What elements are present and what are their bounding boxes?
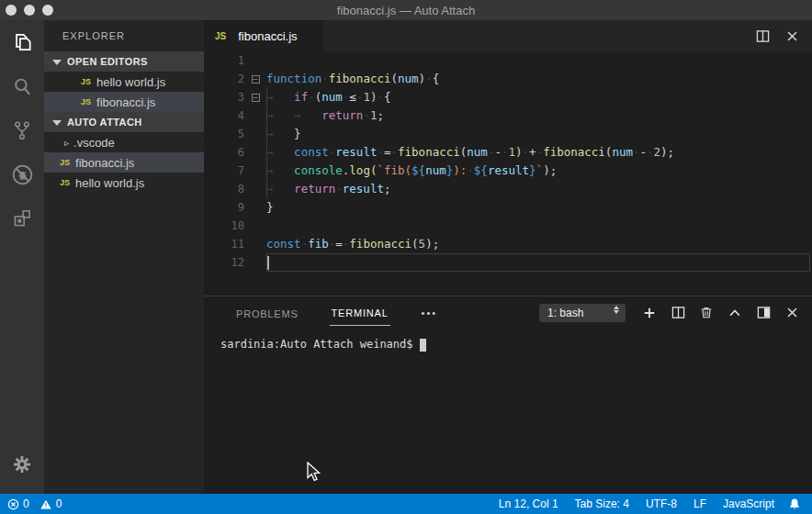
title-bar: fibonacci.js — Auto Attach — [0, 0, 812, 20]
line-number: 7 — [204, 162, 244, 180]
toggle-panel-icon[interactable] — [756, 306, 771, 320]
js-language-icon: JS — [215, 31, 226, 41]
section-header-auto-attach[interactable]: AUTO ATTACH — [44, 112, 204, 132]
gutter-fold-area: – — [244, 88, 266, 106]
code-token: · — [308, 90, 315, 104]
gutter-fold-area — [244, 125, 266, 143]
item-label: .vscode — [73, 136, 115, 150]
code-token: } — [294, 127, 301, 140]
code-content: function·fibonacci(num)·{ — [266, 70, 812, 88]
code-line-6[interactable]: 6→ const·result·=·fibonacci(num·-·1)·+·f… — [204, 143, 812, 162]
file-item-hello-world-js[interactable]: JShello world.js — [44, 173, 204, 193]
warning-status[interactable]: 0 — [39, 497, 62, 510]
panel-tab-terminal[interactable]: TERMINAL — [330, 299, 390, 326]
line-number: 10 — [204, 217, 244, 235]
terminal-prompt: sardinia:Auto Attach weinand$ — [220, 338, 413, 351]
code-token: ${ — [412, 163, 425, 177]
explorer-icon[interactable] — [0, 20, 44, 64]
warning-count: 0 — [56, 497, 62, 510]
gutter-fold-area — [244, 198, 266, 217]
folder-item--vscode[interactable]: ▹.vscode — [44, 132, 204, 152]
code-line-3[interactable]: 3–→ if·(num·≤·1)·{ — [204, 88, 812, 106]
status-language-mode[interactable]: JavaScript — [715, 497, 783, 510]
gutter-fold-area: – — [244, 70, 266, 88]
status-encoding[interactable]: UTF-8 — [637, 497, 685, 510]
code-line-1[interactable]: 1 — [204, 51, 812, 70]
file-item-fibonacci-js[interactable]: JSfibonacci.js — [44, 152, 204, 173]
editor-actions — [755, 20, 812, 51]
more-actions-icon[interactable]: ••• — [422, 307, 438, 318]
split-terminal-icon[interactable] — [671, 306, 685, 320]
new-terminal-icon[interactable] — [642, 306, 657, 320]
source-control-icon[interactable] — [0, 108, 44, 152]
item-label: fibonacci.js — [75, 156, 134, 170]
code-line-5[interactable]: 5→ } — [204, 125, 812, 143]
code-token: } — [529, 163, 536, 177]
extensions-icon[interactable] — [0, 196, 44, 240]
error-status[interactable]: 0 — [7, 497, 29, 510]
workbench: EXPLORER OPEN EDITORSJShello world.jsJSf… — [0, 20, 812, 494]
code-line-12[interactable]: 12 — [204, 253, 812, 272]
code-line-8[interactable]: 8→ return·result; — [204, 180, 812, 198]
terminal-select[interactable]: 1: bash — [539, 304, 626, 322]
code-line-2[interactable]: 2–function·fibonacci(num)·{ — [204, 70, 812, 88]
line-number: 11 — [204, 235, 244, 253]
fold-collapse-icon[interactable]: – — [252, 94, 260, 102]
code-token: 2 — [654, 145, 661, 159]
minimize-window-button[interactable] — [24, 5, 35, 16]
code-token: · — [391, 145, 399, 159]
code-line-9[interactable]: 9} — [204, 198, 812, 217]
code-content: → → return·1; — [266, 106, 812, 125]
code-line-7[interactable]: 7→ console.log(`fib(${num}):·${result}`)… — [204, 162, 812, 180]
maximize-panel-icon[interactable] — [727, 306, 742, 320]
code-token: + — [529, 145, 536, 159]
section-header-open-editors[interactable]: OPEN EDITORS — [44, 51, 204, 72]
code-token: 1 — [363, 90, 370, 104]
kill-terminal-icon[interactable] — [699, 306, 714, 320]
line-number: 5 — [204, 125, 244, 143]
tab-fibonacci-js[interactable]: JS fibonacci.js — [204, 20, 323, 51]
sidebar-sections: OPEN EDITORSJShello world.jsJSfibonacci.… — [44, 51, 204, 193]
gutter-fold-area — [244, 51, 266, 70]
line-number: 6 — [204, 143, 244, 162]
code-editor[interactable]: 12–function·fibonacci(num)·{3–→ if·(num·… — [204, 51, 812, 296]
problems-status[interactable]: 0 0 — [0, 497, 62, 510]
status-tab-size[interactable]: Tab Size: 4 — [567, 497, 637, 510]
close-editor-icon[interactable] — [784, 28, 799, 43]
file-item-fibonacci-js[interactable]: JSfibonacci.js — [44, 92, 204, 112]
code-token: → — [266, 127, 294, 140]
code-token: ); — [425, 237, 439, 251]
code-token: 5 — [419, 237, 426, 251]
close-window-button[interactable] — [6, 5, 17, 16]
settings-gear-icon[interactable] — [0, 442, 44, 486]
line-number: 2 — [204, 70, 244, 88]
fold-collapse-icon[interactable]: – — [252, 75, 260, 84]
debug-disabled-icon[interactable] — [0, 152, 44, 196]
code-token: `fib( — [377, 163, 412, 177]
notifications-bell-icon[interactable] — [783, 497, 812, 510]
status-eol[interactable]: LF — [685, 497, 715, 510]
code-line-11[interactable]: 11const·fib·=·fibonacci(5); — [204, 235, 812, 253]
code-token: num — [612, 145, 633, 159]
file-item-hello-world-js[interactable]: JShello world.js — [44, 72, 204, 92]
activity-bar — [0, 20, 44, 494]
code-line-10[interactable]: 10 — [204, 217, 812, 235]
panel-tab-problems[interactable]: PROBLEMS — [234, 300, 300, 326]
zoom-window-button[interactable] — [42, 5, 53, 16]
line-number: 9 — [204, 198, 244, 217]
code-token: ); — [543, 163, 557, 177]
code-line-4[interactable]: 4→ → return·1; — [204, 106, 812, 125]
terminal-cursor — [420, 339, 426, 352]
status-bar: 0 0 Ln 12, Col 1Tab Size: 4UTF-8LFJavaSc… — [0, 494, 812, 514]
terminal-output[interactable]: sardinia:Auto Attach weinand$ — [204, 329, 812, 494]
close-panel-icon[interactable] — [784, 306, 799, 320]
select-stepper-icon — [614, 306, 619, 314]
split-editor-icon[interactable] — [755, 28, 770, 43]
code-content: → return·result; — [266, 180, 812, 198]
code-token: · — [467, 163, 474, 177]
status-cursor-position[interactable]: Ln 12, Col 1 — [491, 497, 567, 510]
code-content — [266, 253, 810, 272]
search-icon[interactable] — [0, 64, 44, 108]
code-token: - — [494, 145, 502, 159]
line-number: 3 — [204, 88, 244, 106]
